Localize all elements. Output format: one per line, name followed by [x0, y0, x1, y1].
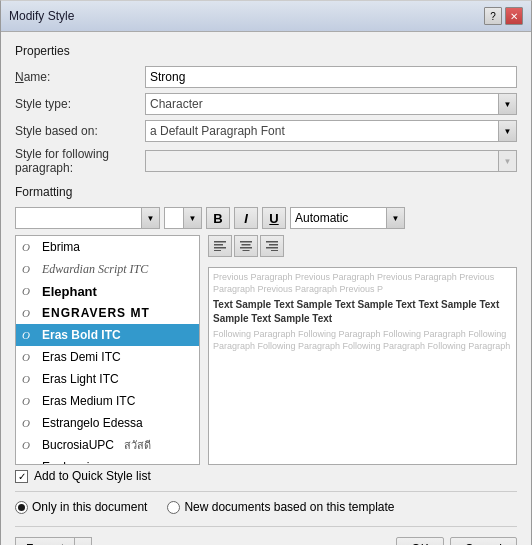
svg-rect-9 [269, 244, 278, 246]
radio-item-document: Only in this document [15, 500, 147, 514]
title-controls: ? ✕ [484, 7, 523, 25]
radio-item-template: New documents based on this template [167, 500, 394, 514]
svg-rect-11 [271, 250, 278, 251]
font-icon-engravers: O [22, 307, 36, 319]
font-list-inner[interactable]: O Ebrima O Edwardian Script ITC O [16, 236, 199, 464]
cancel-button[interactable]: Cancel [450, 537, 517, 545]
style-based-label: Style based on: [15, 124, 145, 138]
style-type-row: Style type: Character ▼ [15, 93, 517, 115]
font-icon-bucrosi: O [22, 439, 36, 451]
quick-style-row: ✓ Add to Quick Style list [15, 469, 517, 483]
font-name-combo[interactable]: ▼ [15, 207, 160, 229]
properties-section: Properties Name: Style type: Character ▼… [15, 44, 517, 175]
font-icon-ebrima: O [22, 241, 36, 253]
style-based-value: a Default Paragraph Font [146, 124, 498, 138]
close-button[interactable]: ✕ [505, 7, 523, 25]
dialog-title: Modify Style [9, 9, 74, 23]
svg-rect-8 [266, 241, 278, 243]
font-name-bucrosi: BucrosiaUPC [42, 438, 114, 452]
style-following-arrow: ▼ [498, 151, 516, 171]
properties-label: Properties [15, 44, 517, 58]
font-name-eras-medium: Eras Medium ITC [42, 394, 135, 408]
font-item-ebrima[interactable]: O Ebrima [16, 236, 199, 258]
style-based-arrow[interactable]: ▼ [498, 121, 516, 141]
font-name-elephant: Elephant [42, 284, 97, 299]
align-left-button[interactable] [208, 235, 232, 257]
name-row: Name: [15, 66, 517, 88]
font-icon-edwardian: O [22, 263, 36, 275]
ok-cancel-area: OK Cancel [396, 537, 517, 545]
style-following-select[interactable]: ▼ [145, 150, 517, 172]
italic-button[interactable]: I [234, 207, 258, 229]
name-input[interactable] [145, 66, 517, 88]
font-item-euphemia[interactable]: O Euphemia [16, 456, 199, 464]
align-center-button[interactable] [234, 235, 258, 257]
svg-rect-5 [242, 244, 251, 246]
bucrosi-suffix: สวัสดี [124, 436, 151, 454]
format-dropdown: Format ▼ [15, 537, 92, 545]
font-name-eras-light: Eras Light ITC [42, 372, 119, 386]
font-item-eras-medium[interactable]: O Eras Medium ITC [16, 390, 199, 412]
preview-sample-text: Text Sample Text Sample Text Sample Text… [213, 298, 512, 326]
font-item-eras-bold[interactable]: O Eras Bold ITC [16, 324, 199, 346]
quick-style-label: Add to Quick Style list [34, 469, 151, 483]
font-list[interactable]: O Ebrima O Edwardian Script ITC O [15, 235, 200, 465]
svg-rect-1 [214, 244, 223, 246]
svg-rect-0 [214, 241, 226, 243]
ok-button[interactable]: OK [396, 537, 443, 545]
bold-button[interactable]: B [206, 207, 230, 229]
radio-document-label: Only in this document [32, 500, 147, 514]
style-based-select[interactable]: a Default Paragraph Font ▼ [145, 120, 517, 142]
title-bar: Modify Style ? ✕ [1, 1, 531, 32]
help-button[interactable]: ? [484, 7, 502, 25]
quick-style-checkbox[interactable]: ✓ [15, 470, 28, 483]
style-type-select[interactable]: Character ▼ [145, 93, 517, 115]
font-icon-elephant: O [22, 285, 36, 297]
preview-following-text: Following Paragraph Following Paragraph … [213, 329, 512, 352]
divider [15, 491, 517, 492]
font-list-container: O Ebrima O Edwardian Script ITC O [15, 235, 200, 465]
svg-rect-6 [240, 247, 252, 249]
svg-rect-2 [214, 247, 226, 249]
font-icon-eras-bold: O [22, 329, 36, 341]
font-name-euphemia: Euphemia [42, 460, 96, 464]
font-item-engravers[interactable]: O ENGRAVERS MT [16, 302, 199, 324]
radio-new-template[interactable] [167, 501, 180, 514]
content-area: O Ebrima O Edwardian Script ITC O [15, 235, 517, 465]
svg-rect-4 [240, 241, 252, 243]
font-size-combo[interactable]: ▼ [164, 207, 202, 229]
font-item-edwardian[interactable]: O Edwardian Script ITC [16, 258, 199, 280]
radio-only-document[interactable] [15, 501, 28, 514]
font-item-estrangelo[interactable]: O Estrangelo Edessa [16, 412, 199, 434]
style-type-label: Style type: [15, 97, 145, 111]
font-color-combo[interactable]: Automatic ▼ [290, 207, 405, 229]
font-item-elephant[interactable]: O Elephant [16, 280, 199, 302]
style-based-row: Style based on: a Default Paragraph Font… [15, 120, 517, 142]
preview-section: Previous Paragraph Previous Paragraph Pr… [208, 235, 517, 465]
font-item-eras-light[interactable]: O Eras Light ITC [16, 368, 199, 390]
font-icon-eras-light: O [22, 373, 36, 385]
font-icon-eras-demi: O [22, 351, 36, 363]
font-name-eras-bold: Eras Bold ITC [42, 328, 121, 342]
font-size-arrow[interactable]: ▼ [183, 208, 201, 228]
font-color-value: Automatic [291, 211, 386, 225]
format-arrow-button[interactable]: ▼ [74, 537, 92, 545]
font-item-eras-demi[interactable]: O Eras Demi ITC [16, 346, 199, 368]
formatting-label: Formatting [15, 185, 517, 199]
format-button[interactable]: Format [15, 537, 74, 545]
name-label: Name: [15, 70, 145, 84]
style-type-value: Character [146, 97, 498, 111]
align-right-button[interactable] [260, 235, 284, 257]
style-type-arrow[interactable]: ▼ [498, 94, 516, 114]
svg-rect-10 [266, 247, 278, 249]
font-icon-estrangelo: O [22, 417, 36, 429]
dialog-body: Properties Name: Style type: Character ▼… [1, 32, 531, 545]
font-name-ebrima: Ebrima [42, 240, 80, 254]
radio-template-label: New documents based on this template [184, 500, 394, 514]
underline-button[interactable]: U [262, 207, 286, 229]
font-color-arrow[interactable]: ▼ [386, 208, 404, 228]
formatting-toolbar: ▼ ▼ B I U Automatic ▼ [15, 207, 517, 229]
font-item-bucrosi[interactable]: O BucrosiaUPC สวัสดี [16, 434, 199, 456]
font-name-eras-demi: Eras Demi ITC [42, 350, 121, 364]
font-name-arrow[interactable]: ▼ [141, 208, 159, 228]
